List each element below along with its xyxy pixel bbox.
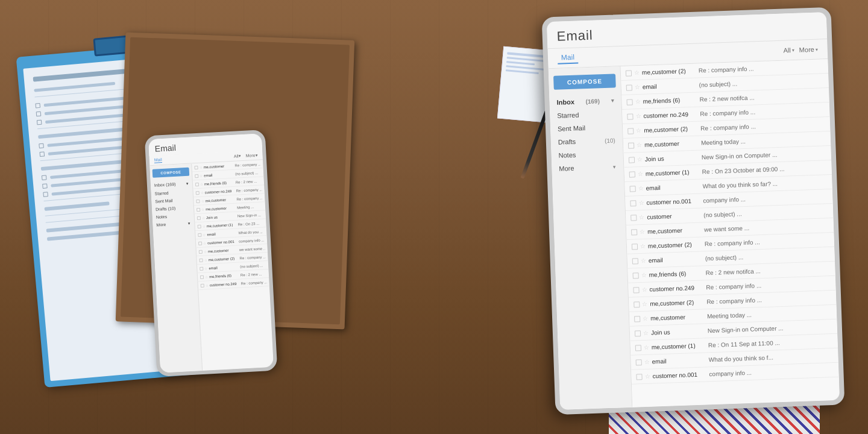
phone-star-13[interactable]: ☆ [205,274,208,278]
phone-sender-1: email [204,172,234,177]
phone-star-12[interactable]: ☆ [204,266,207,270]
email-star-1[interactable]: ☆ [635,84,640,90]
phone-more-dropdown[interactable]: More▾ [245,153,257,158]
more-dropdown[interactable]: More ▾ [799,46,818,54]
phone-star-2[interactable]: ☆ [200,182,203,186]
email-star-4[interactable]: ☆ [636,127,641,134]
phone-compose-button[interactable]: COMPOSE [153,168,190,178]
phone-star-8[interactable]: ☆ [203,232,206,236]
phone-email-app: Email Mail All▾ More▾ COMPOSE Inbox (169… [148,133,274,373]
email-sender-14: me,friends (6) [649,269,703,278]
email-checkbox-9[interactable] [630,200,636,206]
phone-checkbox-13[interactable] [200,275,204,278]
phone-checkbox-9[interactable] [198,241,202,245]
email-star-9[interactable]: ☆ [638,200,644,206]
phone-star-1[interactable]: ☆ [200,174,203,178]
phone-star-10[interactable]: ☆ [204,249,207,253]
phone-star-6[interactable]: ☆ [202,215,205,219]
phone-checkbox-6[interactable] [197,216,201,219]
sidebar-item-more[interactable]: More ▾ [552,160,624,175]
email-checkbox-0[interactable] [626,70,632,76]
email-star-6[interactable]: ☆ [637,156,643,163]
email-star-11[interactable]: ☆ [640,228,645,235]
email-star-15[interactable]: ☆ [641,286,647,293]
phone-checkbox-11[interactable] [199,258,203,262]
email-sender-10: customer [647,212,701,221]
email-checkbox-2[interactable] [626,99,632,105]
phone-sender-7: me,customer (1) [206,222,236,228]
email-star-7[interactable]: ☆ [638,171,643,177]
email-checkbox-6[interactable] [629,157,635,163]
email-checkbox-14[interactable] [633,272,639,278]
email-checkbox-1[interactable] [626,84,632,90]
phone-star-0[interactable]: ☆ [199,165,202,169]
email-star-20[interactable]: ☆ [644,359,650,365]
mail-tab[interactable]: Mail [558,52,579,64]
email-star-16[interactable]: ☆ [642,301,647,307]
phone-checkbox-4[interactable] [196,199,200,203]
email-star-2[interactable]: ☆ [635,98,640,105]
email-sender-15: customer no.249 [649,284,703,292]
phone-subject-9: company info ... [239,238,265,243]
email-checkbox-20[interactable] [636,359,642,365]
phone-checkbox-10[interactable] [199,250,203,253]
phone-all-dropdown[interactable]: All▾ [234,154,241,159]
phone-checkbox-2[interactable] [195,182,199,186]
email-star-21[interactable]: ☆ [644,373,650,380]
phone-sidebar-more[interactable]: More▾ [153,219,195,230]
email-checkbox-12[interactable] [632,244,638,250]
email-checkbox-4[interactable] [627,128,634,134]
phone-star-9[interactable]: ☆ [203,241,206,245]
email-checkbox-13[interactable] [632,258,638,264]
phone-star-4[interactable]: ☆ [201,198,204,203]
phone-checkbox-14[interactable] [201,283,204,287]
phone-mail-tab[interactable]: Mail [154,157,162,163]
email-sender-2: me,friends (6) [643,96,697,105]
phone-subject-6: New Sign-in ... [237,213,263,218]
email-checkbox-17[interactable] [634,316,640,322]
phone-checkbox-5[interactable] [197,207,200,211]
phone-star-5[interactable]: ☆ [201,207,204,211]
all-dropdown[interactable]: All ▾ [783,46,794,54]
email-checkbox-3[interactable] [627,113,633,119]
phone-checkbox-3[interactable] [196,190,200,194]
phone-star-14[interactable]: ☆ [206,283,209,287]
email-star-10[interactable]: ☆ [639,214,644,221]
tablet-email-list: ☆ me,customer (2) Re : company info ... … [621,59,840,407]
email-star-0[interactable]: ☆ [634,69,640,76]
email-checkbox-19[interactable] [635,345,641,351]
email-star-5[interactable]: ☆ [637,142,642,148]
email-checkbox-18[interactable] [635,330,641,336]
email-checkbox-15[interactable] [633,287,639,293]
email-star-13[interactable]: ☆ [641,257,646,264]
phone-checkbox-1[interactable] [195,174,198,177]
email-checkbox-11[interactable] [631,229,637,235]
email-subject-7: Re : On 23 October at 09:00 ... [702,164,827,175]
email-star-12[interactable]: ☆ [640,243,646,250]
email-star-8[interactable]: ☆ [638,185,643,192]
email-checkbox-8[interactable] [629,186,635,192]
email-subject-2: Re : 2 new notifca ... [699,92,824,102]
phone-sender-3: customer no.249 [205,189,235,194]
email-checkbox-10[interactable] [631,215,637,221]
email-checkbox-7[interactable] [629,171,635,177]
email-star-14[interactable]: ☆ [641,272,646,278]
email-star-17[interactable]: ☆ [643,315,648,322]
phone-star-11[interactable]: ☆ [204,257,207,262]
phone-checkbox-0[interactable] [194,165,198,169]
phone-star-7[interactable]: ☆ [202,224,205,228]
phone-checkbox-8[interactable] [198,233,201,236]
phone-checkbox-12[interactable] [200,266,203,270]
email-checkbox-16[interactable] [634,301,640,307]
email-star-18[interactable]: ☆ [643,330,649,336]
compose-button[interactable]: COMPOSE [553,74,616,90]
tablet-device[interactable]: Email Mail All ▾ More ▾ COMPOSE [542,7,845,415]
phone-checkbox-7[interactable] [197,224,201,228]
phone-subject-12: (no subject) ... [240,263,266,268]
email-star-3[interactable]: ☆ [635,113,641,119]
phone-device[interactable]: Email Mail All▾ More▾ COMPOSE Inbox (169… [145,130,278,377]
email-star-19[interactable]: ☆ [644,344,649,351]
phone-star-3[interactable]: ☆ [201,190,204,195]
email-checkbox-5[interactable] [628,142,634,148]
email-checkbox-21[interactable] [636,374,642,380]
